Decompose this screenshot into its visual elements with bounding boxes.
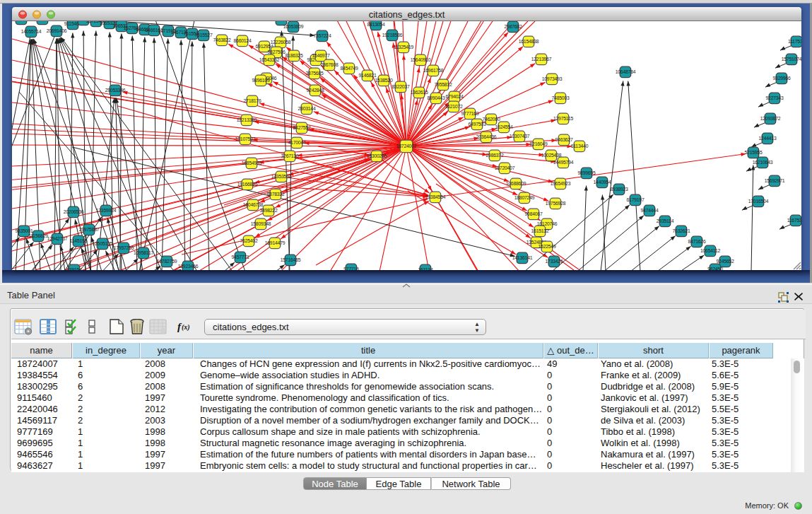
svg-text:16914479: 16914479 [265, 240, 286, 245]
svg-text:10654112: 10654112 [700, 248, 721, 253]
svg-text:939154: 939154 [66, 267, 82, 270]
svg-text:15716485: 15716485 [281, 257, 301, 262]
svg-text:7485003: 7485003 [551, 95, 569, 100]
svg-text:14353594: 14353594 [271, 174, 292, 179]
svg-text:12213967: 12213967 [531, 57, 552, 62]
svg-text:8813054: 8813054 [367, 22, 384, 27]
svg-text:14055714: 14055714 [21, 29, 42, 34]
svg-text:9329966: 9329966 [772, 76, 790, 81]
svg-text:7955812: 7955812 [434, 82, 452, 87]
svg-text:8427552: 8427552 [293, 125, 310, 130]
svg-text:3267130: 3267130 [281, 153, 298, 158]
svg-text:1624554: 1624554 [495, 124, 512, 129]
svg-text:1605380: 1605380 [272, 21, 290, 22]
svg-text:12975115: 12975115 [553, 116, 574, 121]
svg-text:1362615: 1362615 [410, 90, 428, 95]
svg-text:16053809: 16053809 [283, 24, 304, 29]
svg-text:2987682: 2987682 [504, 24, 522, 29]
svg-text:1167533: 1167533 [787, 218, 801, 223]
svg-text:1538520: 1538520 [375, 78, 392, 83]
svg-text:3875685: 3875685 [305, 71, 323, 76]
svg-text:4170044: 4170044 [288, 140, 305, 145]
svg-text:10958117: 10958117 [134, 250, 154, 255]
svg-text:15809348: 15809348 [251, 221, 271, 226]
svg-text:29975887: 29975887 [79, 227, 100, 232]
svg-text:1244413: 1244413 [758, 136, 776, 141]
svg-text:18724007: 18724007 [396, 144, 417, 148]
svg-text:17359924: 17359924 [96, 208, 117, 213]
svg-text:8990443: 8990443 [427, 95, 445, 100]
svg-text:10025438: 10025438 [541, 153, 562, 158]
svg-text:9777169: 9777169 [461, 111, 478, 116]
svg-text:7625402: 7625402 [240, 238, 257, 243]
svg-text:14136141: 14136141 [512, 255, 533, 260]
svg-text:16154838: 16154838 [519, 39, 539, 44]
svg-text:1145193: 1145193 [70, 238, 88, 243]
svg-text:9896109: 9896109 [252, 78, 269, 83]
svg-text:19756928: 19756928 [546, 201, 566, 206]
svg-text:15751074: 15751074 [782, 57, 801, 62]
svg-text:9474444: 9474444 [640, 208, 658, 213]
svg-text:15640910: 15640910 [411, 57, 431, 62]
svg-text:20364436: 20364436 [476, 134, 497, 139]
svg-text:982450: 982450 [707, 267, 723, 270]
svg-text:7632621: 7632621 [672, 228, 690, 233]
svg-text:1615132: 1615132 [531, 228, 548, 233]
svg-text:15692971: 15692971 [765, 178, 785, 183]
svg-text:8938923: 8938923 [610, 187, 628, 192]
svg-text:18807249: 18807249 [514, 195, 535, 200]
svg-text:9227343: 9227343 [765, 95, 783, 100]
svg-text:10688609: 10688609 [506, 181, 526, 186]
svg-text:10973493: 10973493 [542, 76, 563, 81]
svg-text:20206536: 20206536 [64, 209, 84, 214]
svg-text:7463822: 7463822 [213, 37, 230, 42]
svg-text:9457771: 9457771 [231, 255, 249, 259]
svg-text:2986372: 2986372 [486, 153, 503, 158]
svg-text:12226058: 12226058 [271, 40, 291, 45]
svg-text:10648784: 10648784 [616, 69, 636, 74]
svg-text:1733426: 1733426 [545, 259, 563, 264]
svg-text:16854933: 16854933 [242, 160, 262, 165]
svg-text:(x): (x) [182, 323, 190, 332]
svg-text:12923466: 12923466 [178, 264, 199, 269]
svg-text:9242848: 9242848 [306, 88, 324, 93]
svg-text:8454749: 8454749 [340, 66, 358, 71]
svg-text:1117534: 1117534 [788, 39, 801, 44]
svg-text:6179197: 6179197 [626, 197, 644, 202]
svg-text:18300295: 18300295 [367, 153, 387, 158]
svg-text:2718176: 2718176 [243, 98, 261, 103]
svg-text:2867608: 2867608 [320, 62, 338, 67]
svg-text:11325419: 11325419 [394, 45, 414, 49]
svg-text:6497503: 6497503 [468, 122, 486, 127]
svg-text:9463627: 9463627 [555, 137, 572, 142]
svg-text:7357224: 7357224 [313, 33, 331, 38]
svg-text:16782759: 16782759 [157, 259, 177, 264]
svg-text:9245652: 9245652 [716, 259, 734, 264]
svg-text:2803144: 2803144 [298, 106, 315, 111]
svg-text:11156829: 11156829 [28, 233, 48, 238]
svg-text:19166825: 19166825 [237, 182, 258, 187]
svg-text:2935114: 2935114 [657, 218, 674, 223]
svg-text:12213369: 12213369 [237, 117, 257, 122]
svg-text:29053346: 29053346 [105, 88, 126, 93]
svg-text:9835001: 9835001 [15, 228, 33, 233]
svg-text:8186325: 8186325 [285, 53, 302, 58]
svg-text:12093872: 12093872 [760, 116, 781, 121]
svg-text:8878332: 8878332 [266, 192, 284, 197]
svg-text:9899695: 9899695 [577, 170, 595, 175]
svg-text:16210643: 16210643 [753, 160, 773, 165]
svg-text:3498222: 3498222 [259, 208, 277, 213]
svg-text:161134: 161134 [418, 267, 433, 270]
svg-text:12505135: 12505135 [93, 241, 113, 246]
svg-text:5215955: 5215955 [744, 150, 762, 155]
svg-text:8216049: 8216049 [529, 141, 547, 146]
svg-text:6113440: 6113440 [571, 144, 589, 148]
svg-text:17957255: 17957255 [114, 245, 134, 250]
svg-text:1440954: 1440954 [593, 180, 611, 185]
svg-text:8471626: 8471626 [688, 239, 705, 244]
svg-text:19654923: 19654923 [551, 181, 571, 186]
svg-text:977716: 977716 [343, 267, 359, 270]
svg-text:1621072: 1621072 [445, 104, 462, 109]
svg-text:6794024: 6794024 [445, 94, 463, 99]
svg-text:9827506: 9827506 [267, 49, 285, 54]
